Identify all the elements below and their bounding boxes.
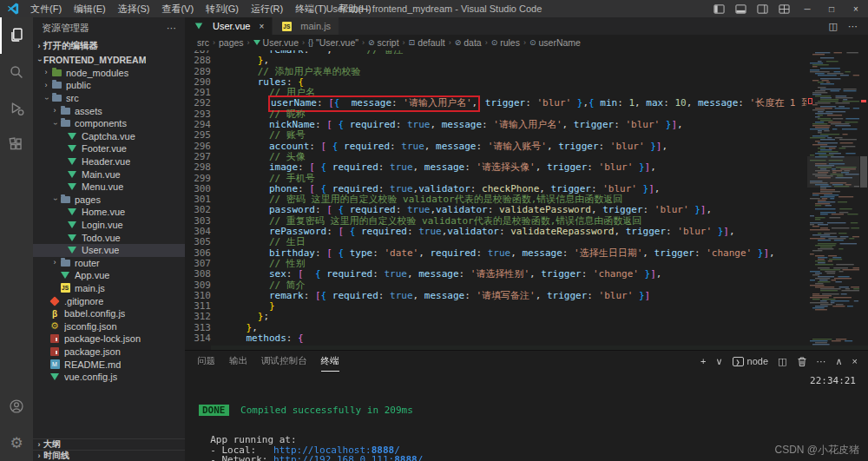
tree-item-Captcha.vue[interactable]: Captcha.vue [33,130,185,143]
line-number[interactable]: 314 [185,333,211,344]
search-icon[interactable] [0,54,33,90]
minimap-slider[interactable] [807,156,859,188]
tree-item-public[interactable]: ›public [33,79,185,92]
more-actions-icon[interactable]: ⋯ [848,21,858,32]
breadcrumb-item-User.vue[interactable]: {}"User.vue" [308,37,358,48]
tree-item-package-lock.json[interactable]: package-lock.json [33,333,185,346]
tree-item-Todo.vue[interactable]: Todo.vue [33,231,185,244]
tree-item-router[interactable]: ›router [33,257,185,270]
terminal-link[interactable]: http://192.168.0.111: [273,454,394,461]
terminal-profile-label: node [747,356,768,366]
close-tab-icon[interactable]: × [259,22,264,31]
timeline-section[interactable]: › 时间线 [33,450,185,461]
maximize-button[interactable]: □ [819,0,844,17]
panel-tab-输出[interactable]: 输出 [229,351,247,372]
scrollbar-thumb[interactable] [860,156,867,188]
close-button[interactable]: × [844,0,868,17]
line-number[interactable]: 309 [185,280,211,291]
outline-section[interactable]: › 大纲 [33,438,185,450]
menu-item-1[interactable]: 编辑(E) [68,0,112,17]
tree-item-README.md[interactable]: MREADME.md [33,358,185,371]
maximize-panel-icon[interactable]: ∧ [836,356,843,367]
tree-item-Login.vue[interactable]: Login.vue [33,219,185,232]
open-editors-section[interactable]: › 打开的编辑器 [33,38,185,54]
menu-item-4[interactable]: 转到(G) [200,0,245,17]
line-number[interactable]: 295 [185,130,211,141]
tree-item-Home.vue[interactable]: Home.vue [33,206,185,219]
breadcrumb-item-User.vue[interactable]: User.vue [253,37,299,48]
tree-item-assets[interactable]: ›assets [33,104,185,117]
panel-more-icon[interactable]: ⋯ [817,356,826,367]
split-editor-icon[interactable]: ◫ [829,21,838,32]
kill-terminal-icon[interactable] [797,356,807,367]
extensions-icon[interactable] [0,127,33,163]
terminal-link[interactable]: 8888 [394,454,418,461]
line-number[interactable]: 312 [185,312,211,322]
breadcrumb-item-data[interactable]: ⊘data [455,37,482,48]
tree-item-node_modules[interactable]: ›node_modules [33,67,185,80]
tree-item-label: README.md [64,359,121,370]
toggle-sidebar-icon[interactable] [708,3,730,15]
panel-tab-调试控制台[interactable]: 调试控制台 [261,351,307,372]
panel-tab-问题[interactable]: 问题 [197,351,215,372]
terminal-line: DONE Compiled successfully in 209ms [199,405,868,416]
tree-item-package.json[interactable]: package.json [33,346,185,359]
menu-item-2[interactable]: 选择(S) [112,0,156,17]
customize-layout-icon[interactable] [773,3,795,15]
tree-item-src[interactable]: ›src [33,92,185,105]
split-terminal-icon[interactable]: ◫ [778,356,786,367]
new-terminal-icon[interactable]: + [700,356,706,366]
terminal-link[interactable]: / [418,454,424,461]
tree-item-Main.vue[interactable]: Main.vue [33,168,185,181]
line-number[interactable]: 292 [185,98,211,109]
tab-User.vue[interactable]: User.vue× [185,17,273,35]
menu-item-5[interactable]: 运行(R) [245,0,289,17]
line-number[interactable]: 298 [185,162,211,173]
tab-main.js[interactable]: JSmain.js [273,17,339,35]
code-editor[interactable]: 287 remark: '', // 备注288 },289 // 添加用户表单… [185,50,807,350]
settings-gear-icon[interactable]: ⚙ [0,425,33,461]
toggle-secondary-sidebar-icon[interactable] [752,3,773,15]
explorer-icon[interactable] [0,17,33,54]
tree-item-Header.vue[interactable]: Header.vue [33,155,185,168]
breadcrumb-item-default[interactable]: ⊡default [409,37,445,48]
terminal-dropdown-icon[interactable]: ∨ [716,356,723,367]
run-debug-icon[interactable] [0,90,33,127]
tree-item-pages[interactable]: ›pages [33,194,185,207]
breadcrumb-item-src[interactable]: src [197,37,209,48]
line-number[interactable]: 288 [185,56,211,66]
terminal-profile-node[interactable]: ❯node [733,356,768,366]
close-panel-icon[interactable]: × [852,356,858,366]
toggle-panel-icon[interactable] [730,3,752,15]
line-number[interactable]: 302 [185,205,211,215]
code-line[interactable]: 314 methods: { [185,333,807,344]
breadcrumb-item-script[interactable]: ⊘script [368,37,399,48]
menu-item-3[interactable]: 查看(V) [155,0,200,17]
line-number[interactable]: 305 [185,237,211,247]
sidebar-more-icon[interactable]: ⋯ [167,23,176,34]
breadcrumb-item-pages[interactable]: pages [219,37,244,48]
tree-item-components[interactable]: ›components [33,117,185,130]
tree-item-User.vue[interactable]: User.vue [33,244,185,257]
tree-item-main.js[interactable]: JSmain.js [33,282,185,295]
code-line[interactable]: 310 remark: [{ required: true, message: … [185,291,807,301]
tree-item-App.vue[interactable]: App.vue [33,269,185,282]
tree-root-FRONTEND_MYDREAM[interactable]: ›FRONTEND_MYDREAM [33,54,185,67]
tree-item-.gitignore[interactable]: .gitignore [33,294,185,307]
minimize-button[interactable]: ─ [795,0,819,17]
tree-item-vue.config.js[interactable]: vue.config.js [33,371,185,384]
minimap[interactable] [807,50,859,350]
tree-item-jsconfig.json[interactable]: ⚙jsconfig.json [33,319,185,333]
breadcrumb-item-rules[interactable]: ⊙rules [491,37,520,48]
tree-item-Footer.vue[interactable]: Footer.vue [33,142,185,155]
code-line[interactable]: 311 } [185,301,807,312]
breadcrumb-item-userName[interactable]: ⊙userName [529,37,581,48]
line-number[interactable]: 299 [185,174,211,184]
line-number[interactable]: 308 [185,269,211,280]
account-icon[interactable] [0,388,33,425]
menu-item-0[interactable]: 文件(F) [24,0,68,17]
tree-item-Menu.vue[interactable]: Menu.vue [33,181,185,194]
code-line[interactable]: 312 }; [185,312,807,322]
tree-item-babel.config.js[interactable]: βbabel.config.js [33,307,185,320]
panel-tab-终端[interactable]: 终端 [321,351,339,372]
